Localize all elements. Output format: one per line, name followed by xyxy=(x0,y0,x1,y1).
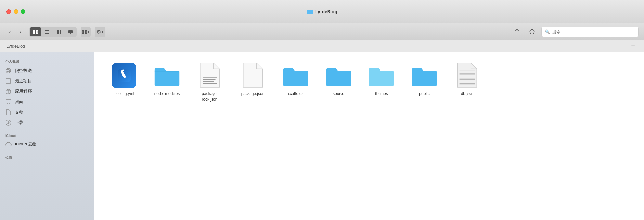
file-item-db-json[interactable]: db.json xyxy=(448,60,487,105)
view-icon-button[interactable] xyxy=(30,27,41,36)
gallery-icon xyxy=(68,29,73,34)
file-item-package-json[interactable]: package.json xyxy=(233,60,272,105)
sidebar-section-icloud: iCloud xyxy=(0,132,94,139)
search-input[interactable] xyxy=(552,29,635,34)
window-title-area: LyfdeBlog xyxy=(307,9,337,14)
sidebar-item-documents[interactable]: 文稿 xyxy=(0,107,94,117)
sidebar-label-airdrop: 隔空投送 xyxy=(15,68,32,74)
grid-icon xyxy=(33,29,38,34)
file-item-package-lock[interactable]: package- lock.json xyxy=(190,60,229,105)
icloud-icon xyxy=(5,141,12,147)
file-item-public[interactable]: public xyxy=(405,60,444,105)
gear-icon: ⚙ xyxy=(97,29,101,35)
svg-rect-8 xyxy=(58,30,59,34)
sidebar-item-downloads[interactable]: 下载 xyxy=(0,117,94,128)
file-icon-public xyxy=(411,62,437,89)
group-arrow-icon: ▾ xyxy=(88,30,89,34)
file-name-source: source xyxy=(333,91,344,97)
sidebar-item-airdrop[interactable]: 隔空投送 xyxy=(0,65,94,76)
file-name-config: _config.yml xyxy=(114,91,134,97)
folder-public-icon xyxy=(411,64,437,87)
sidebar: 个人收藏 隔空投送 最近项目 xyxy=(0,52,94,220)
back-button[interactable]: ‹ xyxy=(5,27,15,37)
tag-button[interactable] xyxy=(526,26,537,37)
search-box[interactable]: 🔍 xyxy=(541,27,639,37)
file-icon-themes xyxy=(368,62,394,89)
view-list-button[interactable] xyxy=(42,27,53,36)
svg-rect-2 xyxy=(33,32,35,34)
sidebar-item-apps[interactable]: 应用程序 xyxy=(0,86,94,97)
svg-rect-10 xyxy=(68,30,73,33)
tag-icon xyxy=(528,28,535,35)
svg-rect-9 xyxy=(60,30,61,34)
svg-rect-6 xyxy=(45,33,49,34)
sidebar-section-favorites: 个人收藏 xyxy=(0,57,94,65)
file-icon-package-json xyxy=(240,62,266,89)
folder-scaffolds-icon xyxy=(283,64,309,87)
file-icon-source xyxy=(326,62,352,89)
svg-rect-11 xyxy=(70,33,71,34)
svg-rect-15 xyxy=(85,32,87,34)
maximize-button[interactable] xyxy=(21,9,25,14)
apps-icon xyxy=(5,88,12,95)
sidebar-section-location: 位置 xyxy=(0,153,94,161)
file-item-node-modules[interactable]: node_modules xyxy=(148,60,187,105)
gear-button[interactable]: ⚙ ▾ xyxy=(95,27,105,37)
sidebar-label-apps: 应用程序 xyxy=(15,89,32,94)
downloads-icon xyxy=(5,119,12,126)
sidebar-item-desktop[interactable]: 桌面 xyxy=(0,97,94,107)
svg-rect-13 xyxy=(85,30,87,32)
view-gallery-button[interactable] xyxy=(65,27,76,36)
svg-rect-1 xyxy=(36,30,38,32)
list-icon xyxy=(45,29,50,34)
forward-button[interactable]: › xyxy=(16,27,25,37)
title-bar: LyfdeBlog xyxy=(0,0,644,23)
sidebar-item-recents[interactable]: 最近项目 xyxy=(0,76,94,86)
document-lines-icon xyxy=(199,62,221,89)
documents-icon xyxy=(5,109,12,116)
svg-rect-3 xyxy=(36,32,38,34)
svg-rect-27 xyxy=(6,100,11,103)
view-columns-button[interactable] xyxy=(53,27,64,36)
nav-buttons: ‹ › xyxy=(5,27,25,37)
view-buttons xyxy=(29,27,77,37)
sidebar-label-documents: 文稿 xyxy=(15,109,23,115)
sidebar-label-downloads: 下载 xyxy=(15,120,23,126)
file-item-source[interactable]: source xyxy=(319,60,358,105)
file-name-db-json: db.json xyxy=(461,91,474,97)
main-area: 个人收藏 隔空投送 最近项目 xyxy=(0,52,644,220)
recents-icon xyxy=(5,78,12,84)
search-icon: 🔍 xyxy=(545,29,550,34)
close-button[interactable] xyxy=(6,9,11,14)
toolbar: ‹ › xyxy=(0,23,644,40)
file-grid: _config.yml node_modules xyxy=(94,52,644,220)
file-icon-node-modules xyxy=(154,62,180,89)
file-icon-package-lock xyxy=(197,62,223,89)
file-item-config[interactable]: _config.yml xyxy=(105,60,144,105)
folder-source-icon xyxy=(326,64,352,87)
window-title: LyfdeBlog xyxy=(315,9,337,14)
sidebar-label-desktop: 桌面 xyxy=(15,99,23,105)
airdrop-icon xyxy=(5,67,12,74)
minimize-button[interactable] xyxy=(14,9,18,14)
share-button[interactable] xyxy=(511,26,522,37)
file-name-scaffolds: scaffolds xyxy=(288,91,303,97)
xcode-icon xyxy=(112,63,136,88)
file-icon-config xyxy=(111,62,137,89)
file-name-themes: themes xyxy=(375,91,388,97)
file-icon-scaffolds xyxy=(283,62,309,89)
add-tab-button[interactable]: + xyxy=(628,42,638,51)
sidebar-item-icloud[interactable]: iCloud 云盘 xyxy=(0,139,94,149)
gear-arrow-icon: ▾ xyxy=(102,30,103,34)
sidebar-label-recents: 最近项目 xyxy=(15,78,32,84)
path-title: LyfdeBlog xyxy=(6,44,25,48)
file-item-themes[interactable]: themes xyxy=(362,60,401,105)
document-plain-icon xyxy=(242,62,264,89)
file-name-node-modules: node_modules xyxy=(154,91,180,97)
share-icon xyxy=(514,29,520,35)
file-name-package-json: package.json xyxy=(241,91,264,97)
file-name-public: public xyxy=(419,91,429,97)
columns-icon xyxy=(56,29,61,34)
file-item-scaffolds[interactable]: scaffolds xyxy=(276,60,315,105)
group-view-button[interactable]: ▾ xyxy=(81,27,91,37)
